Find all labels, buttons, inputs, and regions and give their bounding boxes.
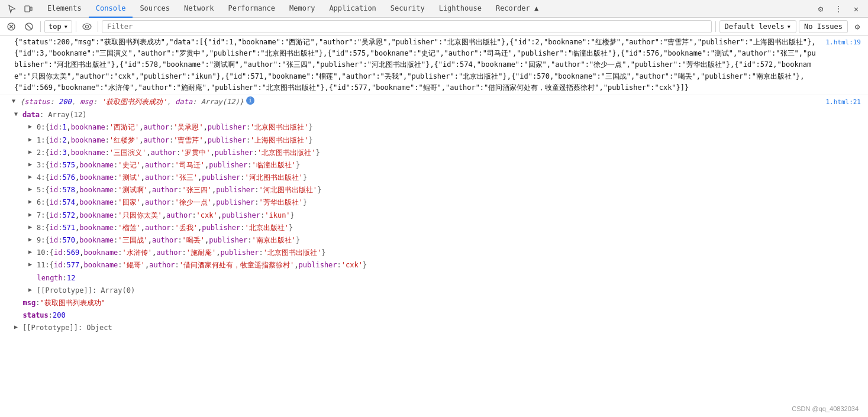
- tab-performance[interactable]: Performance: [221, 0, 282, 18]
- svg-rect-0: [25, 6, 30, 12]
- expand-item-2-arrow[interactable]: [28, 147, 36, 157]
- settings-icon[interactable]: ⚙: [814, 2, 828, 16]
- array-item-2: 2: {id: 3, bookname: '三国演义', author: '罗贯…: [28, 147, 868, 159]
- expand-item-9-arrow[interactable]: [28, 235, 36, 244]
- array-item-5: 5: {id: 578, bookname: '测试啊', author: '张…: [28, 184, 868, 196]
- eye-icon[interactable]: [80, 20, 94, 34]
- expand-item-5-arrow[interactable]: [28, 185, 36, 194]
- expand-item-7-arrow[interactable]: [28, 210, 36, 219]
- svg-line-6: [27, 24, 32, 29]
- array-item-0: 0: {id: 1, bookname: '西游记', author: '吴承恩…: [28, 121, 868, 134]
- array-item-6: 6: {id: 574, bookname: '回家', author: '徐少…: [28, 196, 868, 209]
- data-key: data: [22, 109, 40, 121]
- array-item-4: 4: {id: 576, bookname: '测试', author: '张三…: [28, 172, 868, 184]
- info-badge[interactable]: i: [246, 96, 254, 105]
- toolbar-separator-3: [98, 21, 98, 32]
- status-key: status: [22, 310, 48, 321]
- tab-icons: [5, 2, 36, 16]
- raw-json-line: {"status":200,"msg":"获取图书列表成功","data":[{…: [0, 35, 868, 95]
- expand-proto-array-arrow[interactable]: [28, 285, 36, 295]
- expand-item-3-arrow[interactable]: [28, 160, 36, 169]
- data-property-line: data: Array(12): [14, 109, 868, 121]
- expand-data-arrow[interactable]: [14, 109, 21, 119]
- expand-item-0-arrow[interactable]: [28, 122, 36, 131]
- close-devtools-icon[interactable]: ✕: [849, 2, 863, 16]
- devtools-tab-bar: Elements Console Sources Network Perform…: [0, 0, 868, 18]
- more-options-icon[interactable]: ⋮: [831, 2, 846, 16]
- tab-application[interactable]: Application: [322, 0, 383, 18]
- prototype-object-line: [[Prototype]]: Object: [14, 322, 868, 334]
- array-item-7: 7: {id: 572, bookname: '只因你太美', author: …: [28, 209, 868, 222]
- raw-json-link[interactable]: 1.html:19: [825, 37, 861, 48]
- expand-item-6-arrow[interactable]: [28, 197, 36, 206]
- top-context-button[interactable]: top ▾: [44, 20, 72, 33]
- expanded-object-line: {status: 200, msg: '获取图书列表成功', data: Arr…: [0, 95, 868, 109]
- expanded-link[interactable]: 1.html:21: [825, 97, 861, 108]
- array-item-3: 3: {id: 575, bookname: '史记', author: '司马…: [28, 159, 868, 172]
- array-item-11: 11: {id: 577, bookname: '鲲哥', author: '借…: [28, 259, 868, 271]
- tab-elements[interactable]: Elements: [40, 0, 89, 18]
- tab-memory[interactable]: Memory: [282, 0, 322, 18]
- expand-item-1-arrow[interactable]: [28, 135, 36, 144]
- array-item-8: 8: {id: 571, bookname: '榴莲', author: '丢我…: [28, 222, 868, 234]
- expand-proto-object-arrow[interactable]: [14, 322, 21, 332]
- console-toolbar: top ▾ Default levels ▾ No Issues ⚙: [0, 18, 868, 35]
- svg-point-7: [83, 24, 91, 30]
- console-settings-icon[interactable]: ⚙: [850, 20, 864, 34]
- toolbar-separator-1: [40, 21, 41, 32]
- inspect-icon[interactable]: [5, 2, 19, 16]
- chevron-down-icon: ▾: [64, 22, 68, 31]
- svg-point-8: [85, 25, 88, 28]
- prototype-object-text: [[Prototype]]: Object: [22, 322, 112, 334]
- expanded-summary: {status: 200, msg: '获取图书列表成功', data: Arr…: [20, 96, 244, 108]
- no-issues-button[interactable]: No Issues: [799, 20, 848, 33]
- clear-console-button[interactable]: [4, 20, 19, 33]
- tab-recorder[interactable]: Recorder ▲: [489, 0, 546, 18]
- block-icon[interactable]: [21, 20, 37, 33]
- tab-security[interactable]: Security: [383, 0, 432, 18]
- expand-item-4-arrow[interactable]: [28, 172, 36, 182]
- length-key: length: [37, 273, 62, 284]
- toolbar-separator-2: [76, 21, 76, 32]
- length-property: length: 12: [28, 272, 868, 285]
- array-item-10: 10: {id: 569, bookname: '水浒传', author: '…: [28, 247, 868, 259]
- tab-lighthouse[interactable]: Lighthouse: [432, 0, 489, 18]
- array-items: 0: {id: 1, bookname: '西游记', author: '吴承恩…: [14, 121, 868, 297]
- filter-input[interactable]: [102, 20, 712, 33]
- prototype-array-line: [[Prototype]]: Array(0): [28, 285, 868, 297]
- svg-rect-1: [30, 7, 32, 11]
- top-label: top: [49, 22, 62, 31]
- length-value: 12: [67, 273, 75, 284]
- console-output: {"status":200,"msg":"获取图书列表成功","data":[{…: [0, 35, 868, 417]
- no-issues-label: No Issues: [804, 22, 843, 31]
- device-toggle-icon[interactable]: [21, 2, 36, 16]
- array-item-1: 1: {id: 2, bookname: '红楼梦', author: '曹雪芹…: [28, 134, 868, 147]
- watermark: CSDN @qq_40832034: [792, 405, 859, 412]
- tab-sources[interactable]: Sources: [133, 0, 177, 18]
- msg-value: "获取图书列表成功": [40, 298, 105, 309]
- msg-property: msg: "获取图书列表成功": [14, 297, 868, 309]
- prototype-array-text: [[Prototype]]: Array(0): [37, 285, 135, 296]
- expand-item-10-arrow[interactable]: [28, 247, 36, 257]
- expand-item-11-arrow[interactable]: [28, 260, 36, 269]
- chevron-down-icon-2: ▾: [787, 22, 791, 31]
- expand-item-8-arrow[interactable]: [28, 222, 36, 232]
- toolbar-separator-4: [715, 21, 716, 32]
- tab-console[interactable]: Console: [89, 0, 133, 18]
- default-levels-button[interactable]: Default levels ▾: [719, 20, 796, 33]
- tab-network[interactable]: Network: [177, 0, 221, 18]
- status-property: status: 200: [14, 309, 868, 322]
- array-item-9: 9: {id: 570, bookname: '三国战', author: '喝…: [28, 234, 868, 247]
- raw-json-text: {"status":200,"msg":"获取图书列表成功","data":[{…: [14, 37, 863, 93]
- object-tree: data: Array(12) 0: {id: 1, bookname: '西游…: [0, 109, 868, 334]
- msg-key: msg: [22, 298, 36, 309]
- expand-object-arrow[interactable]: [12, 96, 19, 106]
- default-levels-label: Default levels: [725, 22, 785, 31]
- tab-right-icons: ⚙ ⋮ ✕: [814, 2, 863, 16]
- status-value: 200: [53, 310, 66, 321]
- data-type: Array(12): [48, 109, 86, 121]
- expanded-object-container: {status: 200, msg: '获取图书列表成功', data: Arr…: [0, 95, 868, 335]
